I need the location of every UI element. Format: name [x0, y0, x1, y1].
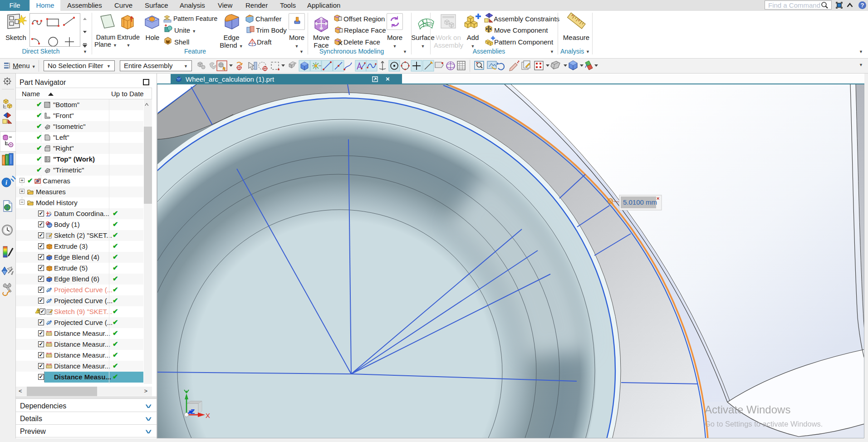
svg-text:Z: Z: [191, 408, 195, 415]
svg-text:X: X: [206, 412, 210, 419]
svg-text:Go to Settings to activate Win: Go to Settings to activate Windows.: [705, 420, 823, 428]
svg-text:Activate Windows: Activate Windows: [705, 403, 790, 416]
svg-text:5.0100 mm: 5.0100 mm: [623, 198, 657, 206]
svg-text:×: ×: [657, 196, 659, 201]
svg-text:i: i: [5, 179, 7, 186]
